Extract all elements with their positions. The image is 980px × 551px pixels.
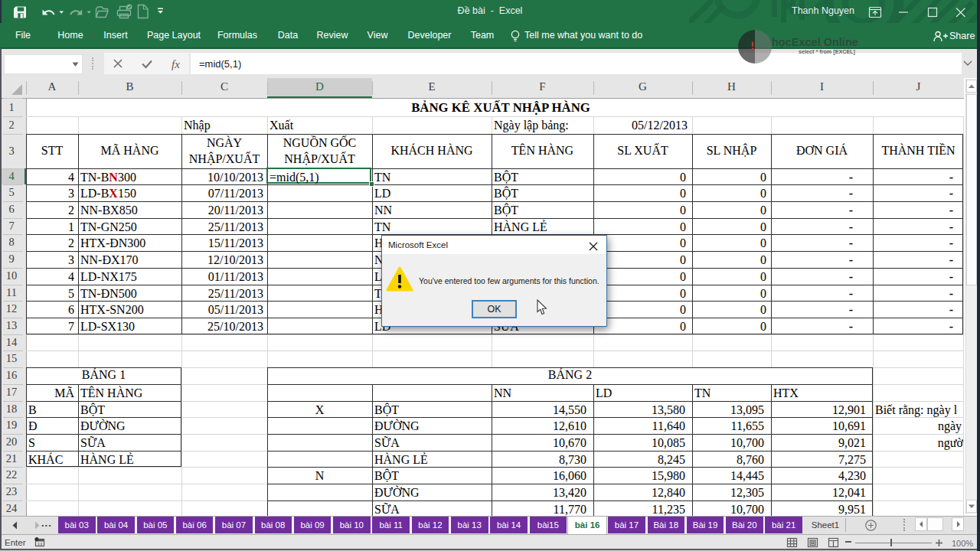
- svg-text:fx: fx: [172, 58, 180, 70]
